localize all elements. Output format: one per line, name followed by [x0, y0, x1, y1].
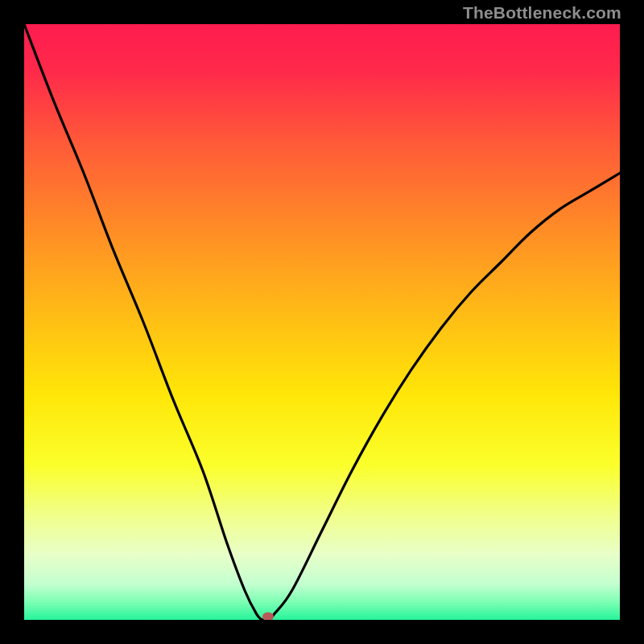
- chart-frame: TheBottleneck.com: [0, 0, 644, 644]
- watermark-text: TheBottleneck.com: [463, 3, 621, 23]
- minimum-marker: [262, 613, 274, 620]
- plot-area: [24, 24, 620, 620]
- bottleneck-curve: [24, 24, 620, 620]
